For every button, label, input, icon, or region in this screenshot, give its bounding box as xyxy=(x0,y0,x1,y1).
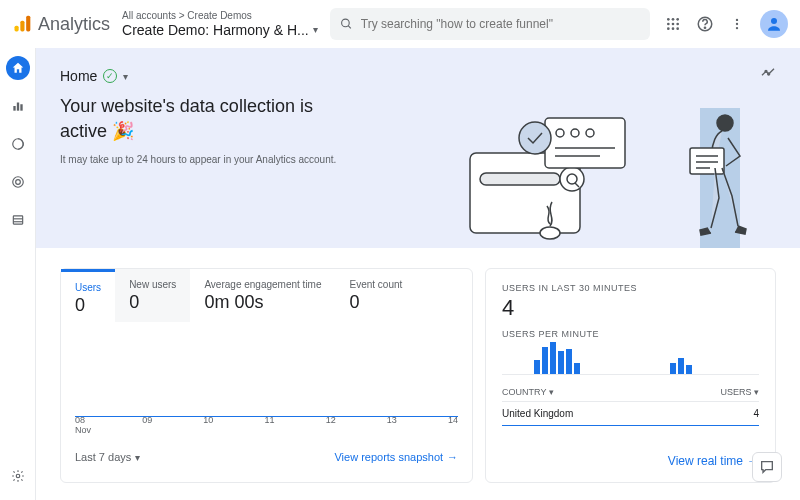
users-per-minute-chart xyxy=(502,339,759,375)
svg-point-29 xyxy=(16,474,20,478)
svg-point-5 xyxy=(667,18,670,21)
nav-home[interactable] xyxy=(6,56,30,80)
hero-headline-2: active 🎉 xyxy=(60,121,134,141)
analytics-logo-icon xyxy=(12,14,32,34)
svg-point-9 xyxy=(672,23,675,26)
svg-rect-26 xyxy=(13,216,22,224)
view-realtime-link[interactable]: View real time → xyxy=(668,454,759,468)
date-range-picker[interactable]: Last 7 days ▾ xyxy=(75,451,140,463)
svg-rect-38 xyxy=(545,118,625,168)
table-row: United Kingdom 4 xyxy=(502,402,759,426)
account-picker[interactable]: All accounts > Create Demos Create Demo:… xyxy=(122,10,318,39)
svg-point-39 xyxy=(556,129,564,137)
svg-point-3 xyxy=(341,19,349,27)
svg-point-7 xyxy=(676,18,679,21)
svg-point-41 xyxy=(586,129,594,137)
svg-point-8 xyxy=(667,23,670,26)
svg-rect-2 xyxy=(26,16,30,32)
status-badge[interactable]: ✓ xyxy=(103,69,117,83)
svg-point-46 xyxy=(717,115,733,131)
tab-engagement[interactable]: Average engagement time 0m 00s xyxy=(190,269,335,322)
analytics-logo: Analytics xyxy=(12,14,110,35)
realtime-value: 4 xyxy=(502,295,759,321)
page-title: Home xyxy=(60,68,97,84)
svg-point-40 xyxy=(571,129,579,137)
chevron-down-icon: ▾ xyxy=(313,24,318,36)
svg-point-19 xyxy=(771,18,777,24)
svg-point-6 xyxy=(672,18,675,21)
bar-chart-icon xyxy=(11,99,25,113)
svg-point-31 xyxy=(768,73,770,75)
svg-point-25 xyxy=(15,180,20,185)
home-icon xyxy=(11,61,25,75)
breadcrumb-path: All accounts > Create Demos xyxy=(122,10,318,22)
svg-point-15 xyxy=(704,27,705,28)
nav-advertising[interactable] xyxy=(6,170,30,194)
hero-banner: Home ✓ ▾ Your website's data collection … xyxy=(36,48,800,248)
view-reports-link[interactable]: View reports snapshot → xyxy=(334,451,458,463)
hero-headline-1: Your website's data collection is xyxy=(60,96,313,116)
overview-card: Users 0 New users 0 Average engagement t… xyxy=(60,268,473,483)
svg-rect-34 xyxy=(480,173,560,185)
list-icon xyxy=(11,213,25,227)
svg-rect-0 xyxy=(15,26,19,32)
side-nav xyxy=(0,48,36,500)
realtime-label: Users in last 30 minutes xyxy=(502,283,759,293)
svg-point-16 xyxy=(736,19,738,21)
explore-icon xyxy=(11,137,25,151)
col-users[interactable]: Users ▾ xyxy=(720,387,759,397)
col-country[interactable]: Country ▾ xyxy=(502,387,554,397)
search-icon xyxy=(340,17,353,31)
svg-rect-47 xyxy=(690,148,724,174)
chevron-down-icon[interactable]: ▾ xyxy=(123,71,128,82)
apps-icon[interactable] xyxy=(664,15,682,33)
realtime-card: Users in last 30 minutes 4 Users per min… xyxy=(485,268,776,483)
search-box[interactable] xyxy=(330,8,650,40)
user-avatar[interactable] xyxy=(760,10,788,38)
svg-point-13 xyxy=(676,27,679,30)
svg-rect-21 xyxy=(16,103,18,111)
svg-point-35 xyxy=(560,167,584,191)
target-icon xyxy=(11,175,25,189)
hero-illustration xyxy=(460,98,780,248)
tab-new-users[interactable]: New users 0 xyxy=(115,269,190,322)
help-icon[interactable] xyxy=(696,15,714,33)
nav-configure[interactable] xyxy=(6,208,30,232)
breadcrumb-current: Create Demo: Harmony & H... xyxy=(122,22,309,39)
svg-point-18 xyxy=(736,27,738,29)
svg-rect-1 xyxy=(20,21,24,32)
svg-point-44 xyxy=(519,122,551,154)
svg-point-17 xyxy=(736,23,738,25)
insights-icon[interactable] xyxy=(760,66,776,82)
svg-rect-22 xyxy=(20,104,22,110)
svg-point-24 xyxy=(12,177,23,188)
svg-point-30 xyxy=(765,70,767,72)
svg-point-12 xyxy=(672,27,675,30)
gear-icon xyxy=(11,469,25,483)
feedback-button[interactable] xyxy=(752,452,782,482)
svg-point-10 xyxy=(676,23,679,26)
tab-users[interactable]: Users 0 xyxy=(61,269,115,322)
product-name: Analytics xyxy=(38,14,110,35)
more-icon[interactable] xyxy=(728,15,746,33)
chat-icon xyxy=(759,459,775,475)
search-input[interactable] xyxy=(361,17,640,31)
nav-reports[interactable] xyxy=(6,94,30,118)
svg-point-11 xyxy=(667,27,670,30)
line-chart: 08Nov 09 10 11 12 13 14 xyxy=(61,323,472,443)
nav-admin[interactable] xyxy=(6,464,30,488)
svg-rect-20 xyxy=(13,106,15,111)
users-per-minute-label: Users per minute xyxy=(502,329,759,339)
svg-point-45 xyxy=(540,227,560,239)
nav-explore[interactable] xyxy=(6,132,30,156)
svg-line-4 xyxy=(348,26,351,29)
tab-events[interactable]: Event count 0 xyxy=(336,269,417,322)
